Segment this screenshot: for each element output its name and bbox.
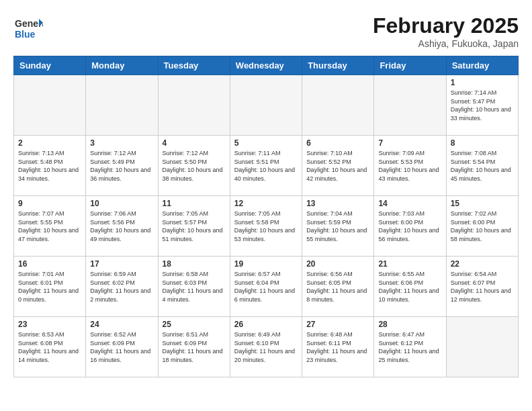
day-cell: 28Sunrise: 6:47 AM Sunset: 6:12 PM Dayli… xyxy=(374,317,446,377)
day-cell xyxy=(302,75,374,136)
day-number: 11 xyxy=(163,199,226,208)
day-info: Sunrise: 7:10 AM Sunset: 5:52 PM Dayligh… xyxy=(306,149,369,183)
day-info: Sunrise: 7:11 AM Sunset: 5:51 PM Dayligh… xyxy=(234,149,298,183)
day-number: 7 xyxy=(378,138,441,148)
day-cell: 23Sunrise: 6:53 AM Sunset: 6:08 PM Dayli… xyxy=(14,317,86,377)
day-info: Sunrise: 6:57 AM Sunset: 6:04 PM Dayligh… xyxy=(234,270,298,304)
day-cell xyxy=(446,317,518,377)
svg-text:General: General xyxy=(15,18,43,29)
day-info: Sunrise: 7:08 AM Sunset: 5:54 PM Dayligh… xyxy=(451,149,514,183)
calendar-table: SundayMondayTuesdayWednesdayThursdayFrid… xyxy=(13,56,519,377)
day-cell: 11Sunrise: 7:05 AM Sunset: 5:57 PM Dayli… xyxy=(158,196,230,257)
day-info: Sunrise: 7:01 AM Sunset: 6:01 PM Dayligh… xyxy=(18,270,81,304)
logo-icon: General Blue xyxy=(13,13,43,43)
day-number: 10 xyxy=(90,199,153,208)
day-cell: 12Sunrise: 7:05 AM Sunset: 5:58 PM Dayli… xyxy=(230,196,302,257)
day-number: 15 xyxy=(451,199,514,208)
day-info: Sunrise: 7:09 AM Sunset: 5:53 PM Dayligh… xyxy=(378,149,441,183)
day-cell xyxy=(158,75,230,136)
week-row-4: 16Sunrise: 7:01 AM Sunset: 6:01 PM Dayli… xyxy=(14,257,519,317)
day-info: Sunrise: 7:05 AM Sunset: 5:57 PM Dayligh… xyxy=(163,210,226,243)
day-number: 8 xyxy=(451,138,514,148)
day-number: 20 xyxy=(306,259,369,269)
week-row-3: 9Sunrise: 7:07 AM Sunset: 5:55 PM Daylig… xyxy=(14,196,519,257)
weekday-header-tuesday: Tuesday xyxy=(158,56,230,75)
day-number: 25 xyxy=(163,320,226,329)
day-number: 3 xyxy=(90,138,153,148)
day-cell: 22Sunrise: 6:54 AM Sunset: 6:07 PM Dayli… xyxy=(446,257,518,317)
day-info: Sunrise: 6:56 AM Sunset: 6:05 PM Dayligh… xyxy=(306,270,369,304)
day-info: Sunrise: 6:48 AM Sunset: 6:11 PM Dayligh… xyxy=(306,330,369,364)
day-info: Sunrise: 6:49 AM Sunset: 6:10 PM Dayligh… xyxy=(234,330,298,364)
day-number: 2 xyxy=(18,138,81,148)
day-info: Sunrise: 7:06 AM Sunset: 5:56 PM Dayligh… xyxy=(90,210,153,243)
day-info: Sunrise: 6:54 AM Sunset: 6:07 PM Dayligh… xyxy=(451,270,514,304)
day-number: 19 xyxy=(234,259,298,269)
day-cell: 7Sunrise: 7:09 AM Sunset: 5:53 PM Daylig… xyxy=(374,136,446,196)
svg-text:Blue: Blue xyxy=(15,29,36,40)
day-cell: 8Sunrise: 7:08 AM Sunset: 5:54 PM Daylig… xyxy=(446,136,518,196)
day-info: Sunrise: 6:51 AM Sunset: 6:09 PM Dayligh… xyxy=(163,330,226,364)
day-cell: 21Sunrise: 6:55 AM Sunset: 6:06 PM Dayli… xyxy=(374,257,446,317)
day-cell: 24Sunrise: 6:52 AM Sunset: 6:09 PM Dayli… xyxy=(86,317,158,377)
weekday-header-row: SundayMondayTuesdayWednesdayThursdayFrid… xyxy=(14,56,519,75)
day-info: Sunrise: 7:13 AM Sunset: 5:48 PM Dayligh… xyxy=(18,149,81,183)
day-cell: 17Sunrise: 6:59 AM Sunset: 6:02 PM Dayli… xyxy=(86,257,158,317)
day-info: Sunrise: 7:04 AM Sunset: 5:59 PM Dayligh… xyxy=(306,210,369,243)
calendar-title: February 2025 xyxy=(373,13,519,38)
day-info: Sunrise: 7:05 AM Sunset: 5:58 PM Dayligh… xyxy=(234,210,298,243)
day-info: Sunrise: 7:14 AM Sunset: 5:47 PM Dayligh… xyxy=(451,89,514,122)
day-number: 18 xyxy=(163,259,226,269)
day-info: Sunrise: 7:12 AM Sunset: 5:50 PM Dayligh… xyxy=(163,149,226,183)
day-number: 23 xyxy=(18,320,81,329)
logo: General Blue xyxy=(13,13,43,43)
day-number: 12 xyxy=(234,199,298,208)
day-cell: 16Sunrise: 7:01 AM Sunset: 6:01 PM Dayli… xyxy=(14,257,86,317)
day-cell: 20Sunrise: 6:56 AM Sunset: 6:05 PM Dayli… xyxy=(302,257,374,317)
day-cell: 26Sunrise: 6:49 AM Sunset: 6:10 PM Dayli… xyxy=(230,317,302,377)
day-cell: 10Sunrise: 7:06 AM Sunset: 5:56 PM Dayli… xyxy=(86,196,158,257)
day-info: Sunrise: 6:58 AM Sunset: 6:03 PM Dayligh… xyxy=(163,270,226,304)
calendar-subtitle: Ashiya, Fukuoka, Japan xyxy=(373,38,519,49)
day-number: 4 xyxy=(163,138,226,148)
weekday-header-saturday: Saturday xyxy=(446,56,518,75)
day-cell: 9Sunrise: 7:07 AM Sunset: 5:55 PM Daylig… xyxy=(14,196,86,257)
day-number: 24 xyxy=(90,320,153,329)
week-row-2: 2Sunrise: 7:13 AM Sunset: 5:48 PM Daylig… xyxy=(14,136,519,196)
day-number: 21 xyxy=(378,259,441,269)
day-cell: 6Sunrise: 7:10 AM Sunset: 5:52 PM Daylig… xyxy=(302,136,374,196)
day-info: Sunrise: 6:59 AM Sunset: 6:02 PM Dayligh… xyxy=(90,270,153,304)
day-number: 27 xyxy=(306,320,369,329)
day-cell: 3Sunrise: 7:12 AM Sunset: 5:49 PM Daylig… xyxy=(86,136,158,196)
day-cell: 4Sunrise: 7:12 AM Sunset: 5:50 PM Daylig… xyxy=(158,136,230,196)
day-number: 17 xyxy=(90,259,153,269)
day-cell xyxy=(86,75,158,136)
day-info: Sunrise: 6:52 AM Sunset: 6:09 PM Dayligh… xyxy=(90,330,153,364)
day-cell: 14Sunrise: 7:03 AM Sunset: 6:00 PM Dayli… xyxy=(374,196,446,257)
day-info: Sunrise: 7:12 AM Sunset: 5:49 PM Dayligh… xyxy=(90,149,153,183)
day-info: Sunrise: 6:47 AM Sunset: 6:12 PM Dayligh… xyxy=(378,330,441,364)
day-info: Sunrise: 7:02 AM Sunset: 6:00 PM Dayligh… xyxy=(451,210,514,243)
day-number: 1 xyxy=(451,78,514,87)
day-cell: 5Sunrise: 7:11 AM Sunset: 5:51 PM Daylig… xyxy=(230,136,302,196)
week-row-1: 1Sunrise: 7:14 AM Sunset: 5:47 PM Daylig… xyxy=(14,75,519,136)
day-number: 13 xyxy=(306,199,369,208)
day-number: 28 xyxy=(378,320,441,329)
day-cell: 18Sunrise: 6:58 AM Sunset: 6:03 PM Dayli… xyxy=(158,257,230,317)
day-info: Sunrise: 7:03 AM Sunset: 6:00 PM Dayligh… xyxy=(378,210,441,243)
day-cell: 27Sunrise: 6:48 AM Sunset: 6:11 PM Dayli… xyxy=(302,317,374,377)
day-number: 6 xyxy=(306,138,369,148)
weekday-header-friday: Friday xyxy=(374,56,446,75)
day-cell: 13Sunrise: 7:04 AM Sunset: 5:59 PM Dayli… xyxy=(302,196,374,257)
day-cell: 25Sunrise: 6:51 AM Sunset: 6:09 PM Dayli… xyxy=(158,317,230,377)
weekday-header-wednesday: Wednesday xyxy=(230,56,302,75)
day-cell: 15Sunrise: 7:02 AM Sunset: 6:00 PM Dayli… xyxy=(446,196,518,257)
day-info: Sunrise: 6:55 AM Sunset: 6:06 PM Dayligh… xyxy=(378,270,441,304)
weekday-header-monday: Monday xyxy=(86,56,158,75)
day-number: 16 xyxy=(18,259,81,269)
day-cell xyxy=(230,75,302,136)
day-info: Sunrise: 6:53 AM Sunset: 6:08 PM Dayligh… xyxy=(18,330,81,364)
day-cell: 1Sunrise: 7:14 AM Sunset: 5:47 PM Daylig… xyxy=(446,75,518,136)
day-number: 26 xyxy=(234,320,298,329)
day-number: 9 xyxy=(18,199,81,208)
